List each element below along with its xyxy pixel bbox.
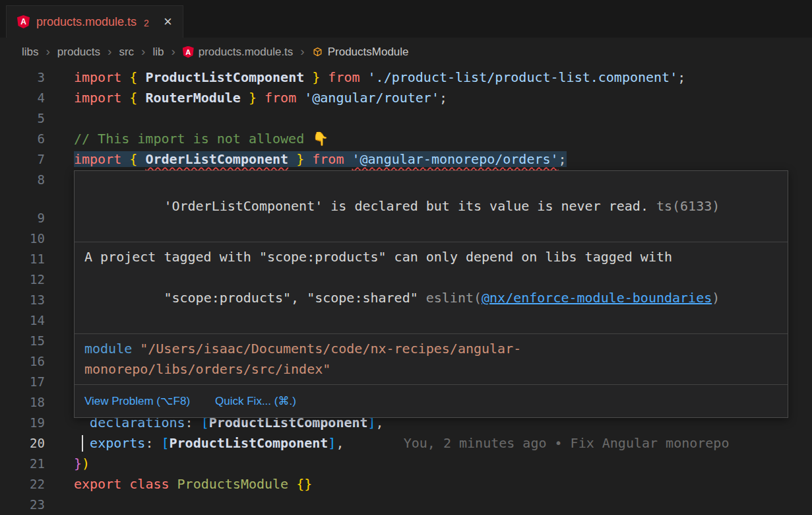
- line-number[interactable]: 23: [0, 495, 74, 515]
- vscode-window: A products.module.ts 2 × libs › products…: [0, 0, 812, 515]
- diagnostic-source: ts(6133): [656, 198, 720, 214]
- chevron-right-icon: ›: [171, 44, 175, 60]
- eslint-source-prefix: eslint(: [426, 290, 482, 306]
- line-number[interactable]: 12: [0, 269, 74, 290]
- breadcrumb-item-products[interactable]: products: [57, 46, 100, 59]
- code-line[interactable]: 3import { ProductListComponent } from '.…: [0, 67, 812, 88]
- breadcrumb-item-symbol[interactable]: ProductsModule: [312, 46, 409, 59]
- error-count-badge: 2: [144, 16, 149, 28]
- breadcrumb-item-libs[interactable]: libs: [22, 46, 39, 59]
- diagnostic-ts: 'OrderListComponent' is declared but its…: [75, 171, 788, 242]
- line-number[interactable]: 21: [0, 454, 74, 474]
- code-line[interactable]: 20 exports: [ProductListComponent],You, …: [0, 433, 812, 454]
- angular-icon: A: [17, 15, 30, 28]
- range-highlight: import { OrderListComponent } from '@ang…: [74, 151, 567, 167]
- line-content: export class ProductsModule {}: [74, 474, 812, 495]
- tab-title: products.module.ts: [36, 15, 137, 29]
- line-content: [74, 108, 812, 129]
- line-content: }): [74, 454, 812, 474]
- code-line[interactable]: 5: [0, 108, 812, 129]
- chevron-right-icon: ›: [300, 44, 304, 60]
- line-content: import { ProductListComponent } from './…: [74, 67, 812, 88]
- module-keyword: module: [84, 341, 132, 357]
- diagnostic-eslint: A project tagged with "scope:products" c…: [75, 242, 788, 334]
- breadcrumb-file-label: products.module.ts: [199, 46, 294, 59]
- eslint-message-line2: "scope:products", "scope:shared": [164, 290, 418, 306]
- module-path-line1: "/Users/isaac/Documents/code/nx-recipes/…: [140, 341, 521, 357]
- git-blame-annotation: You, 2 minutes ago • Fix Angular monorep…: [404, 435, 730, 451]
- close-icon[interactable]: ×: [164, 15, 172, 29]
- line-content: [74, 495, 812, 515]
- breadcrumb-item-file[interactable]: A products.module.ts: [183, 46, 294, 59]
- line-number[interactable]: 20: [0, 433, 74, 454]
- code-line[interactable]: 4import { RouterModule } from '@angular/…: [0, 88, 812, 108]
- breadcrumb-symbol-label: ProductsModule: [328, 46, 409, 59]
- diagnostic-message: 'OrderListComponent' is declared but its…: [164, 198, 648, 214]
- angular-icon: A: [183, 46, 194, 58]
- hover-tooltip: 'OrderListComponent' is declared but its…: [74, 170, 788, 418]
- view-problem-action[interactable]: View Problem (⌥F8): [84, 391, 190, 411]
- line-number[interactable]: 15: [0, 331, 74, 351]
- line-number[interactable]: 13: [0, 290, 74, 310]
- tab-bar: A products.module.ts 2 ×: [0, 0, 812, 38]
- breadcrumb-item-src[interactable]: src: [119, 46, 134, 59]
- eslint-rule-link[interactable]: @nx/enforce-module-boundaries: [482, 290, 712, 306]
- line-number[interactable]: 18: [0, 392, 74, 413]
- module-info: module"/Users/isaac/Documents/code/nx-re…: [75, 334, 788, 385]
- line-number[interactable]: 9: [0, 208, 74, 228]
- line-number[interactable]: 22: [0, 474, 74, 495]
- line-number[interactable]: 14: [0, 310, 74, 331]
- line-number[interactable]: 19: [0, 413, 74, 433]
- code-line[interactable]: 23: [0, 495, 812, 515]
- line-number[interactable]: 17: [0, 372, 74, 392]
- text-cursor: [82, 435, 83, 452]
- chevron-right-icon: ›: [108, 44, 111, 60]
- line-number[interactable]: 6: [0, 129, 74, 149]
- line-content: import { OrderListComponent } from '@ang…: [74, 149, 812, 170]
- code-line[interactable]: 7import { OrderListComponent } from '@an…: [0, 149, 812, 170]
- breadcrumb: libs › products › src › lib › A products…: [0, 38, 812, 66]
- breadcrumb-item-lib[interactable]: lib: [152, 46, 164, 59]
- class-symbol-icon: [312, 46, 323, 57]
- line-number[interactable]: 11: [0, 249, 74, 269]
- code-line[interactable]: 6// This import is not allowed 👇: [0, 129, 812, 149]
- module-path-line2: monorepo/libs/orders/src/index": [84, 361, 330, 377]
- line-number[interactable]: 5: [0, 108, 74, 129]
- line-number[interactable]: 10: [0, 228, 74, 249]
- eslint-message-line1: A project tagged with "scope:products" c…: [84, 249, 672, 265]
- line-content: // This import is not allowed 👇: [74, 129, 812, 149]
- editor-tab[interactable]: A products.module.ts 2 ×: [6, 5, 183, 38]
- code-line[interactable]: 22export class ProductsModule {}: [0, 474, 812, 495]
- line-number[interactable]: 8: [0, 170, 74, 190]
- quick-fix-action[interactable]: Quick Fix... (⌘.): [215, 391, 296, 411]
- line-content: exports: [ProductListComponent],You, 2 m…: [74, 433, 812, 454]
- line-number[interactable]: 3: [0, 67, 74, 88]
- line-number[interactable]: 4: [0, 88, 74, 108]
- line-number[interactable]: 7: [0, 149, 74, 170]
- line-content: import { RouterModule } from '@angular/r…: [74, 88, 812, 108]
- line-number[interactable]: 16: [0, 351, 74, 372]
- hover-actions: View Problem (⌥F8) Quick Fix... (⌘.): [75, 385, 788, 417]
- editor[interactable]: 3import { ProductListComponent } from '.…: [0, 66, 812, 515]
- eslint-source-suffix: ): [712, 290, 720, 306]
- chevron-right-icon: ›: [141, 44, 145, 60]
- chevron-right-icon: ›: [46, 44, 50, 60]
- code-line[interactable]: 21}): [0, 454, 812, 474]
